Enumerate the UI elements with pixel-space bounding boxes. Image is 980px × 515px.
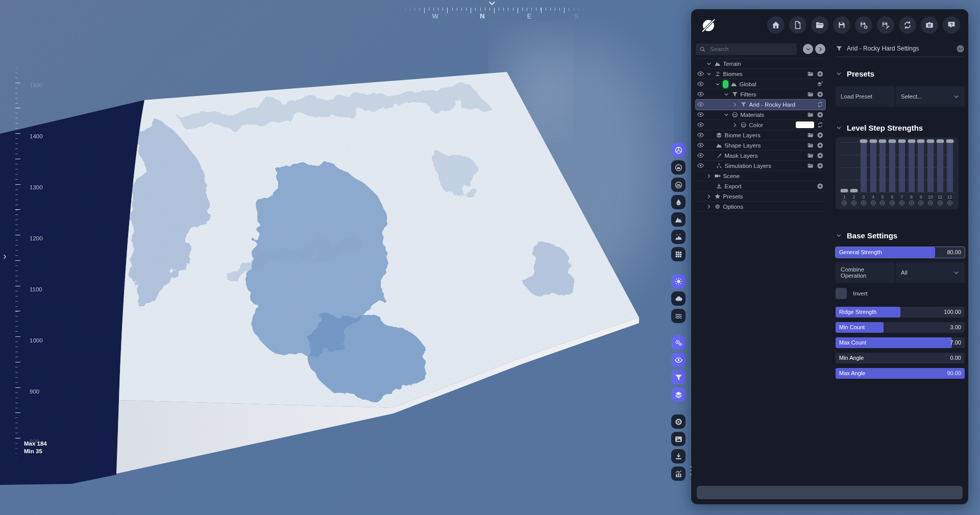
- tree-row-shape-layers[interactable]: Shape Layers: [696, 140, 825, 151]
- layers-toggle[interactable]: [671, 387, 685, 402]
- level-step-eye-icon[interactable]: [937, 200, 943, 206]
- max-count-slider[interactable]: Max Count7.00: [836, 337, 965, 348]
- chevD-icon[interactable]: [706, 71, 712, 77]
- add-button-icon[interactable]: [817, 142, 824, 149]
- tree-row-mask-layers[interactable]: Mask Layers: [696, 151, 825, 161]
- chevR-icon[interactable]: [706, 204, 712, 210]
- level-step-eye-icon[interactable]: [880, 200, 886, 206]
- level-step-handle[interactable]: [946, 139, 953, 143]
- level-step-bar[interactable]: [947, 142, 953, 192]
- tree-row-simulation-layers[interactable]: Simulation Layers: [696, 161, 825, 171]
- tree-row-global[interactable]: Global: [696, 79, 825, 89]
- level-step-eye-icon[interactable]: [861, 200, 866, 206]
- add-button-icon[interactable]: [817, 183, 824, 190]
- settings-pin-button[interactable]: [956, 44, 965, 53]
- level-step-eye-icon[interactable]: [899, 200, 904, 206]
- search-input[interactable]: [709, 45, 793, 53]
- rocks-view[interactable]: [671, 230, 685, 244]
- layers-plus-button-icon[interactable]: [817, 81, 824, 88]
- tree-row-biome-layers[interactable]: Biome Layers: [696, 130, 825, 140]
- level-step-bar[interactable]: [889, 142, 895, 192]
- color-swatch-green[interactable]: [723, 80, 728, 88]
- tree-row-scene[interactable]: Scene: [696, 171, 825, 181]
- left-panel-expand-button[interactable]: ›: [3, 250, 7, 262]
- folder-button-icon[interactable]: [807, 152, 814, 159]
- mountain-view[interactable]: [671, 212, 685, 227]
- level-step-bar[interactable]: [927, 142, 934, 192]
- eye-icon[interactable]: [697, 152, 704, 159]
- eye-icon[interactable]: [697, 111, 704, 118]
- chevD-icon[interactable]: [723, 112, 729, 118]
- level-step-handle[interactable]: [841, 189, 848, 192]
- folder-button-icon[interactable]: [807, 132, 814, 139]
- chevR-icon[interactable]: [706, 173, 712, 179]
- water-view[interactable]: [671, 195, 685, 209]
- record-button[interactable]: [671, 414, 685, 429]
- level-step-handle[interactable]: [927, 139, 935, 143]
- tree-row-filters[interactable]: Filters: [696, 89, 825, 100]
- add-button-icon[interactable]: [817, 162, 824, 169]
- sync-button[interactable]: [899, 16, 916, 34]
- level-step-bar[interactable]: [899, 142, 905, 192]
- eye-icon[interactable]: [697, 141, 704, 149]
- level-step-bar[interactable]: [937, 142, 943, 192]
- level-step-bar[interactable]: [861, 142, 867, 192]
- lighting-toggle[interactable]: [671, 274, 685, 288]
- level-step-bar[interactable]: [879, 142, 886, 192]
- stats-button[interactable]: [671, 467, 685, 481]
- help-button[interactable]: [943, 16, 960, 34]
- fog-toggle[interactable]: [671, 309, 685, 323]
- folder-button-icon[interactable]: [807, 162, 814, 169]
- level-step-eye-icon[interactable]: [842, 200, 847, 206]
- new-file-button[interactable]: [789, 16, 806, 34]
- eye-icon[interactable]: [697, 101, 704, 108]
- chevD-icon[interactable]: [706, 61, 712, 67]
- eye-icon[interactable]: [697, 90, 704, 98]
- base-settings-section-header[interactable]: Base Settings: [836, 231, 965, 240]
- folder-button-icon[interactable]: [807, 142, 814, 149]
- tree-row-materials[interactable]: Materials: [696, 110, 825, 120]
- tree-collapse-all-button[interactable]: [803, 44, 813, 54]
- add-button-icon[interactable]: [817, 132, 824, 139]
- tree-row-arid-rocky-hard[interactable]: Arid - Rocky Hard: [696, 100, 825, 110]
- eye-icon[interactable]: [697, 121, 704, 129]
- add-button-icon[interactable]: [817, 152, 824, 159]
- home-button[interactable]: [767, 16, 785, 34]
- terrain-view[interactable]: [671, 143, 685, 157]
- invert-checkbox[interactable]: [836, 288, 847, 299]
- level-step-handle[interactable]: [869, 139, 877, 143]
- level-step-handle[interactable]: [898, 139, 905, 143]
- screenshot-button[interactable]: [921, 16, 938, 34]
- tree-expand-all-button[interactable]: [815, 44, 825, 54]
- eye-icon[interactable]: [697, 80, 704, 88]
- eye-icon[interactable]: [697, 162, 704, 169]
- clouds-toggle[interactable]: [671, 291, 685, 306]
- level-step-eye-icon[interactable]: [918, 200, 924, 206]
- save-button[interactable]: [833, 16, 850, 34]
- tree-row-presets[interactable]: Presets: [696, 191, 825, 202]
- level-step-eye-icon[interactable]: [947, 200, 952, 206]
- app-logo-icon[interactable]: [700, 16, 718, 34]
- max-angle-slider[interactable]: Max Angle90.00: [836, 368, 965, 379]
- level-step-eye-icon[interactable]: [909, 200, 914, 206]
- folder-button-icon[interactable]: [807, 91, 814, 98]
- add-button-icon[interactable]: [817, 91, 824, 98]
- visibility-toggle[interactable]: [671, 353, 685, 367]
- grid-view[interactable]: [671, 247, 685, 261]
- open-project-button[interactable]: [811, 16, 828, 34]
- eye-icon[interactable]: [697, 131, 704, 139]
- chevD-icon[interactable]: [715, 81, 721, 87]
- ridge-strength-slider[interactable]: Ridge Strength100.00: [836, 307, 965, 317]
- level-step-eye-icon[interactable]: [870, 200, 876, 206]
- search-box[interactable]: [696, 43, 797, 55]
- level-step-bar[interactable]: [918, 142, 924, 192]
- level-step-handle[interactable]: [889, 139, 896, 143]
- level-step-eye-icon[interactable]: [851, 200, 857, 206]
- tree-row-options[interactable]: Options: [696, 202, 825, 212]
- level-step-handle[interactable]: [860, 139, 867, 143]
- chevR-icon[interactable]: [706, 193, 712, 200]
- level-step-handle[interactable]: [850, 189, 858, 192]
- color-swatch-white[interactable]: [796, 121, 814, 128]
- folder-button-icon[interactable]: [807, 70, 814, 78]
- add-button-icon[interactable]: [817, 111, 824, 118]
